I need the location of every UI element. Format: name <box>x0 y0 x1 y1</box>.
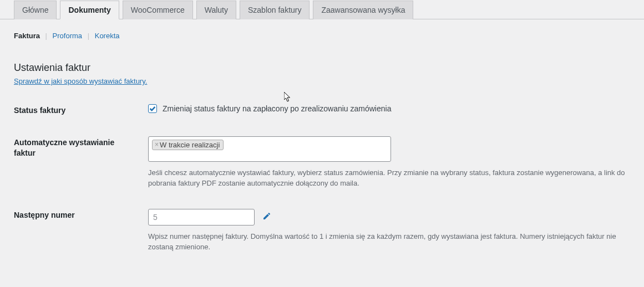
tab-invoice-template[interactable]: Szablon faktury <box>240 1 310 19</box>
tab-main[interactable]: Główne <box>14 1 57 19</box>
pencil-icon <box>262 212 271 221</box>
tab-documents[interactable]: Dokumenty <box>60 1 119 19</box>
field-auto-invoice: × W trakcie realizacji Jeśli chcesz auto… <box>148 136 630 189</box>
label-next-number: Następny numer <box>14 209 148 221</box>
subnav-invoice[interactable]: Faktura <box>14 32 40 40</box>
tab-currencies[interactable]: Waluty <box>196 1 236 19</box>
status-tag: × W trakcie realizacji <box>152 140 224 150</box>
document-subnav: Faktura | Proforma | Korekta <box>14 32 630 40</box>
field-invoice-status: Zmieniaj status faktury na zapłacony po … <box>148 104 630 113</box>
check-icon <box>149 105 156 112</box>
tab-woocommerce[interactable]: WooCommerce <box>123 1 193 19</box>
subnav-correction[interactable]: Korekta <box>95 32 120 40</box>
next-number-description: Wpisz numer następnej faktury. Domyślna … <box>148 231 630 253</box>
status-checkbox[interactable] <box>148 104 157 113</box>
auto-invoice-select[interactable]: × W trakcie realizacji <box>148 136 391 162</box>
label-invoice-status: Status faktury <box>14 104 148 116</box>
tag-remove-icon[interactable]: × <box>155 141 159 148</box>
auto-invoice-description: Jeśli chcesz automatycznie wystawiać fak… <box>148 167 630 189</box>
next-number-row <box>148 209 630 226</box>
separator: | <box>45 32 47 40</box>
help-link[interactable]: Sprawdź w jaki sposób wystawiać faktury. <box>14 77 147 85</box>
row-invoice-status: Status faktury Zmieniaj status faktury n… <box>14 104 630 116</box>
row-auto-invoice: Automatyczne wystawianie faktur × W trak… <box>14 136 630 189</box>
separator: | <box>88 32 89 40</box>
section-title: Ustawienia faktur <box>14 62 630 74</box>
field-next-number: Wpisz numer następnej faktury. Domyślna … <box>148 209 630 253</box>
content-area: Faktura | Proforma | Korekta Ustawienia … <box>0 19 644 253</box>
subnav-proforma[interactable]: Proforma <box>53 32 82 40</box>
checkbox-wrap: Zmieniaj status faktury na zapłacony po … <box>148 104 630 113</box>
tab-advanced-shipping[interactable]: Zaawansowana wysyłka <box>313 1 413 19</box>
status-checkbox-label[interactable]: Zmieniaj status faktury na zapłacony po … <box>163 104 391 113</box>
tag-label: W trakcie realizacji <box>160 141 220 149</box>
row-next-number: Następny numer Wpisz numer następnej fak… <box>14 209 630 253</box>
main-tabs: Główne Dokumenty WooCommerce Waluty Szab… <box>0 0 644 19</box>
next-number-input[interactable] <box>148 209 255 226</box>
label-auto-invoice: Automatyczne wystawianie faktur <box>14 136 148 159</box>
edit-icon[interactable] <box>262 212 271 222</box>
